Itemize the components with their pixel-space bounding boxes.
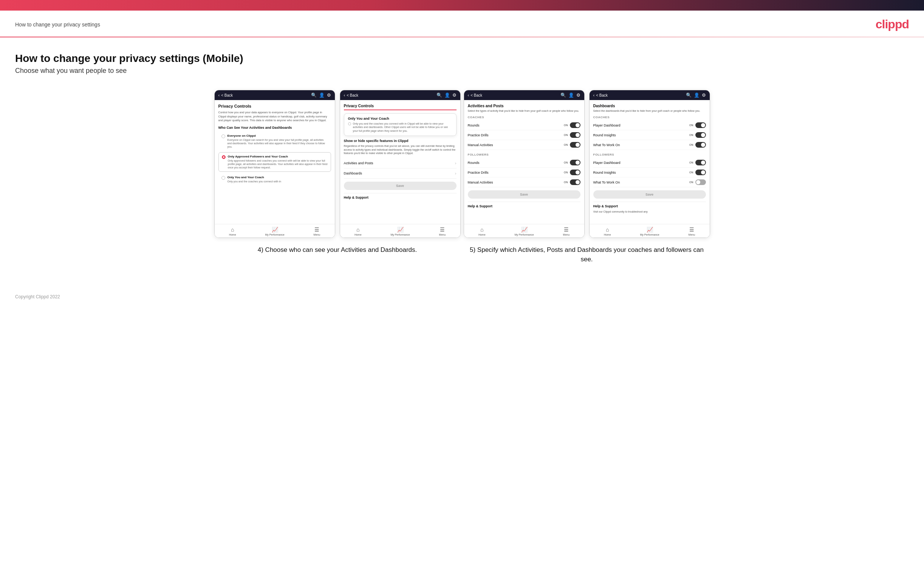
screen3-menu[interactable]: ☰ Menu [563, 227, 570, 236]
screen2-home[interactable]: ⌂ Home [354, 227, 362, 236]
save-button2[interactable]: Save [344, 182, 457, 190]
coaches-player-dash-on: ON [689, 124, 693, 126]
privacy-controls-body: Control how you and your data appears to… [218, 111, 331, 123]
coaches-drills-toggle[interactable] [570, 132, 580, 138]
chevron-right-icon2: › [455, 171, 457, 176]
activities-posts-label: Activities and Posts [344, 161, 373, 165]
screen4-menu[interactable]: ☰ Menu [688, 227, 695, 236]
screen1-col: ‹ < Back 🔍 👤 ⚙ Privacy Controls Control … [214, 90, 335, 238]
screen4-nav-back[interactable]: ‹ < Back [593, 93, 608, 97]
screen1-bottom-nav: ⌂ Home 📈 My Performance ☰ Menu [215, 224, 335, 237]
home-label4: Home [604, 234, 611, 236]
show-hide-text: Regardless of the privacy controls that … [344, 144, 457, 155]
option-you-coach-label: Only You and Your Coach [228, 176, 281, 179]
followers-what-to-work-toggle[interactable] [695, 179, 706, 185]
followers-manual-toggle-wrap: ON [564, 179, 580, 185]
followers-drills-toggle[interactable] [570, 169, 580, 175]
option-approved-label: Only Approved Followers and Your Coach [228, 155, 328, 158]
option-approved[interactable]: Only Approved Followers and Your Coach O… [218, 152, 331, 172]
settings-icon4[interactable]: ⚙ [702, 92, 706, 98]
coaches-player-dash-toggle[interactable] [695, 122, 706, 128]
top-bar [0, 0, 924, 11]
screen2-performance[interactable]: 📈 My Performance [390, 227, 410, 236]
coaches-rounds-toggle[interactable] [570, 122, 580, 128]
person-icon3[interactable]: 👤 [569, 92, 574, 98]
screen1-nav-icons: 🔍 👤 ⚙ [311, 92, 331, 98]
followers-rounds-label: Rounds [468, 161, 480, 164]
performance-icon2: 📈 [397, 227, 404, 233]
home-icon2: ⌂ [356, 227, 359, 233]
bottom-nav-performance[interactable]: 📈 My Performance [265, 227, 284, 236]
coaches-player-dash-toggle-wrap: ON [689, 122, 706, 128]
performance-icon3: 📈 [521, 227, 528, 233]
dashboards-label: Dashboards [344, 171, 362, 175]
menu-label3: Menu [563, 234, 570, 236]
coaches-drills-row: Practice Drills ON [468, 130, 580, 140]
option-everyone[interactable]: Everyone on Clippd Everyone on Clippd ca… [218, 132, 331, 151]
option-you-coach-text: Only You and Your Coach Only you and the… [228, 176, 281, 183]
screen3-home[interactable]: ⌂ Home [478, 227, 486, 236]
menu-activities[interactable]: Activities and Posts › [344, 158, 457, 168]
bottom-nav-menu[interactable]: ☰ Menu [314, 227, 320, 236]
screen4-performance[interactable]: 📈 My Performance [640, 227, 659, 236]
privacy-tab-label: Privacy Controls [344, 104, 374, 110]
save-button3[interactable]: Save [468, 190, 580, 198]
followers-manual-toggle[interactable] [570, 179, 580, 185]
screen3-nav-back[interactable]: ‹ < Back [468, 93, 483, 97]
search-icon3[interactable]: 🔍 [561, 92, 566, 98]
option-you-coach[interactable]: Only You and Your Coach Only you and the… [218, 173, 331, 185]
settings-icon2[interactable]: ⚙ [452, 92, 457, 98]
followers-round-insights-toggle[interactable] [695, 169, 706, 175]
screen2-menu[interactable]: ☰ Menu [439, 227, 446, 236]
performance-icon: 📈 [272, 227, 278, 233]
activities-text: Select the types of activity that you'd … [468, 109, 580, 113]
coaches-what-to-work-toggle[interactable] [695, 142, 706, 148]
screen2-mockup: ‹ < Back 🔍 👤 ⚙ Privacy Control [340, 90, 461, 238]
menu-label4: Menu [688, 234, 695, 236]
followers-drills-on: ON [564, 171, 568, 174]
screen3-performance[interactable]: 📈 My Performance [514, 227, 534, 236]
followers-drills-label: Practice Drills [468, 171, 489, 174]
menu-label2: Menu [439, 234, 446, 236]
screen4-followers-label: FOLLOWERS [593, 153, 706, 156]
settings-icon[interactable]: ⚙ [327, 92, 331, 98]
save-button4[interactable]: Save [593, 190, 706, 198]
back-arrow-icon2: ‹ [344, 93, 346, 97]
followers-drills-toggle-wrap: ON [564, 169, 580, 175]
followers-round-insights-on: ON [689, 171, 693, 174]
coaches-round-insights-toggle[interactable] [695, 132, 706, 138]
person-icon4[interactable]: 👤 [694, 92, 699, 98]
activities-heading: Activities and Posts [468, 104, 580, 108]
search-icon[interactable]: 🔍 [311, 92, 317, 98]
search-icon4[interactable]: 🔍 [686, 92, 691, 98]
search-icon2[interactable]: 🔍 [436, 92, 442, 98]
menu-dashboards[interactable]: Dashboards › [344, 168, 457, 179]
bottom-nav-home[interactable]: ⌂ Home [229, 227, 236, 236]
back-arrow-icon: ‹ [218, 93, 220, 97]
main-content: How to change your privacy settings (Mob… [0, 53, 924, 287]
help-support3: Help & Support [468, 201, 580, 210]
settings-icon3[interactable]: ⚙ [576, 92, 580, 98]
person-icon2[interactable]: 👤 [444, 92, 450, 98]
followers-what-to-work-toggle-wrap: ON [689, 179, 706, 185]
followers-player-dash-toggle[interactable] [695, 160, 706, 165]
popup-title: Only You and Your Coach [348, 117, 452, 121]
followers-manual-row: Manual Activities ON [468, 177, 580, 187]
performance-label3: My Performance [514, 234, 534, 236]
screen1-nav-back[interactable]: ‹ < Back [218, 93, 233, 97]
followers-rounds-toggle[interactable] [570, 160, 580, 165]
coaches-round-insights-toggle-wrap: ON [689, 132, 706, 138]
followers-what-to-work-on: ON [689, 181, 693, 184]
home-icon4: ⌂ [606, 227, 609, 233]
screen2-nav-back[interactable]: ‹ < Back [344, 93, 359, 97]
coaches-manual-toggle[interactable] [570, 142, 580, 148]
home-label2: Home [354, 234, 362, 236]
screen4-home[interactable]: ⌂ Home [604, 227, 611, 236]
option-everyone-text: Everyone on Clippd Everyone on Clippd ca… [228, 134, 328, 148]
person-icon[interactable]: 👤 [319, 92, 325, 98]
coaches-label: COACHES [468, 116, 580, 119]
option-you-coach-desc: Only you and the coaches you connect wit… [228, 180, 281, 183]
option-everyone-label: Everyone on Clippd [228, 134, 328, 137]
back-label3: < Back [470, 93, 482, 97]
screen3-bottom-nav: ⌂ Home 📈 My Performance ☰ Menu [464, 224, 584, 237]
